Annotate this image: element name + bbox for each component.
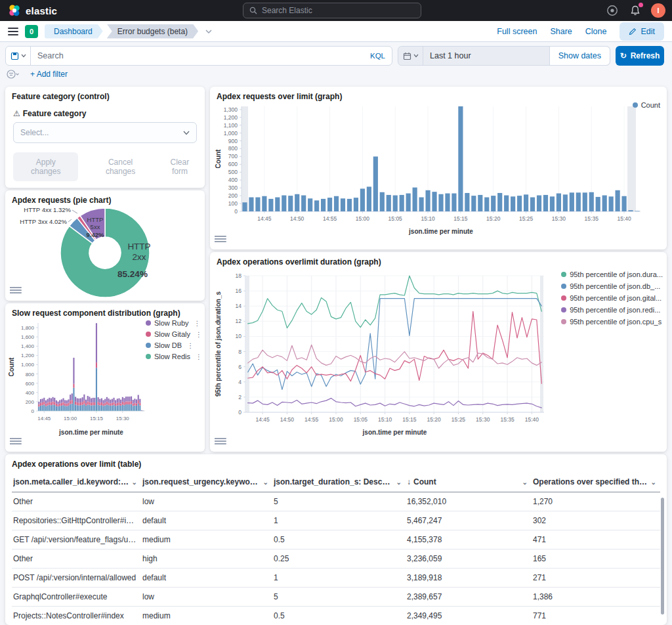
table-wrapper: json.meta.caller_id.keyword: Desce...⌄js…	[5, 470, 667, 625]
space-badge[interactable]: 0	[25, 25, 38, 38]
legend-kebab-menu-icon[interactable]: ⋮	[187, 342, 194, 349]
legend-item[interactable]: Count	[633, 101, 660, 109]
column-header-0[interactable]: json.meta.caller_id.keyword: Desce...⌄	[12, 471, 141, 492]
svg-text:400: 400	[228, 177, 238, 183]
svg-text:600: 600	[26, 381, 35, 387]
show-dates-button[interactable]: Show dates	[549, 47, 610, 65]
column-header-label: json.request_urgency.keyword: Des...	[142, 477, 261, 486]
deployment-icon[interactable]	[605, 3, 620, 18]
share-button[interactable]: Share	[550, 27, 572, 36]
column-menu-chevron-icon[interactable]: ⌄	[651, 479, 656, 486]
svg-text:200: 200	[228, 192, 238, 199]
add-filter-button[interactable]: + Add filter	[30, 70, 68, 79]
logo-text: elastic	[26, 5, 57, 16]
svg-text:json.time per minute: json.time per minute	[408, 228, 473, 235]
column-menu-chevron-icon[interactable]: ⌄	[263, 479, 268, 486]
legend-item[interactable]: Slow Redis⋮	[146, 353, 202, 360]
legend-color-dot	[561, 295, 566, 301]
table-scrollbar[interactable]	[661, 498, 664, 614]
legend-toggle-icon[interactable]	[10, 286, 22, 296]
legend-toggle-icon[interactable]	[215, 234, 226, 245]
svg-text:900: 900	[228, 138, 238, 144]
svg-text:9.42%: 9.42%	[87, 231, 104, 238]
quick-select-menu[interactable]	[398, 47, 423, 65]
clear-form-button[interactable]: Clear form	[163, 158, 197, 176]
column-header-2[interactable]: json.target_duration_s: Descending⌄	[272, 471, 406, 492]
apply-changes-button[interactable]: Apply changes	[13, 152, 78, 181]
table-cell: 0.5	[272, 607, 406, 625]
search-icon	[249, 7, 257, 14]
legend-label: 95th percentile of json.cpu_s	[570, 318, 662, 326]
filter-row: + Add filter	[7, 70, 68, 79]
legend-item[interactable]: Slow Ruby⋮	[146, 319, 202, 327]
legend-item[interactable]: Slow Gitaly⋮	[146, 330, 202, 338]
table-cell: 16,352,010	[406, 492, 532, 511]
filter-menu-icon[interactable]	[7, 70, 20, 79]
legend-kebab-menu-icon[interactable]: ⋮	[196, 331, 202, 338]
column-header-3[interactable]: ↓Count⌄	[406, 471, 532, 492]
panel-title: Slow request component distribution (gra…	[5, 303, 205, 319]
apdex-requests-pie-chart[interactable]: HTTP2xx85.24%HTTP5xx9.42%HTTP 4xx 1.32%H…	[10, 202, 200, 299]
kql-search-bar[interactable]: Search KQL	[5, 46, 392, 66]
edit-button[interactable]: Edit	[620, 22, 664, 41]
full-screen-button[interactable]: Full screen	[497, 27, 537, 36]
legend-kebab-menu-icon[interactable]: ⋮	[196, 353, 202, 360]
legend-label: 95th percentile of json.db_...	[570, 282, 660, 290]
feature-category-select[interactable]: Select...	[13, 122, 197, 143]
table-cell: Other	[12, 550, 141, 569]
legend-item[interactable]: Slow DB⋮	[146, 341, 202, 349]
legend-toggle-icon[interactable]	[215, 437, 226, 447]
column-header-1[interactable]: json.request_urgency.keyword: Des...⌄	[141, 471, 272, 492]
menu-hamburger-icon[interactable]	[8, 28, 18, 35]
slow-request-stacked-bar-chart[interactable]: 02004006008001,0001,2001,4001,6001,80014…	[7, 318, 150, 446]
svg-text:15:20: 15:20	[486, 215, 501, 222]
svg-text:HTTP 3xx 4.02%: HTTP 3xx 4.02%	[20, 218, 67, 225]
cancel-changes-button[interactable]: Cancel changes	[94, 158, 146, 176]
legend-kebab-menu-icon[interactable]: ⋮	[194, 320, 201, 327]
svg-text:15:15: 15:15	[402, 416, 417, 423]
column-menu-chevron-icon[interactable]: ⌄	[396, 479, 402, 486]
svg-text:4: 4	[238, 379, 242, 385]
breadcrumb-dashboard[interactable]: Dashboard	[45, 24, 103, 39]
date-picker[interactable]: Last 1 hour Show dates	[398, 46, 610, 66]
legend-item[interactable]: 95th percentile of json.redi...	[561, 306, 663, 314]
notifications-bell-icon[interactable]	[628, 3, 642, 18]
table-row: Otherlow516,352,0101,270	[12, 492, 660, 511]
table-cell: 471	[532, 530, 660, 550]
user-avatar[interactable]: I	[651, 3, 665, 18]
line-series	[248, 311, 542, 383]
apdex-requests-bar-chart[interactable]: 01002003004005006007008009001,0001,1001,…	[213, 101, 656, 247]
saved-query-menu[interactable]	[6, 47, 31, 65]
legend-toggle-icon[interactable]	[10, 437, 22, 447]
table-body: Otherlow516,352,0101,270Repositories::Gi…	[12, 492, 660, 625]
column-header-4[interactable]: Operations over specified threshold...⌄	[532, 471, 660, 492]
elastic-logo[interactable]: elastic	[0, 4, 57, 17]
legend-item[interactable]: 95th percentile of json.dura...	[561, 270, 663, 278]
svg-text:15:30: 15:30	[476, 416, 490, 423]
table-row: POST /api/:version/internal/alloweddefau…	[12, 569, 660, 588]
legend-item[interactable]: 95th percentile of json.db_...	[561, 282, 663, 290]
svg-text:6: 6	[238, 364, 242, 370]
global-search-input[interactable]: Search Elastic	[243, 3, 421, 18]
panel-title: Apdex operations over limit (table)	[5, 454, 667, 470]
saved-query-icon	[10, 52, 19, 60]
svg-text:15:35: 15:35	[500, 416, 514, 423]
table-cell: 771	[532, 607, 660, 625]
table-cell: 5	[272, 588, 406, 607]
svg-text:json.time per minute: json.time per minute	[58, 429, 123, 436]
refresh-button[interactable]: ↻ Refresh	[616, 46, 664, 66]
time-range-value[interactable]: Last 1 hour	[423, 51, 471, 60]
clone-button[interactable]: Clone	[585, 27, 607, 36]
column-menu-chevron-icon[interactable]: ⌄	[522, 479, 528, 486]
kql-badge[interactable]: KQL	[370, 52, 392, 60]
svg-text:700: 700	[228, 153, 238, 160]
column-menu-chevron-icon[interactable]: ⌄	[132, 479, 137, 486]
legend-item[interactable]: 95th percentile of json.gital...	[561, 294, 663, 302]
legend-item[interactable]: 95th percentile of json.cpu_s	[561, 318, 663, 326]
apdex-overlimit-duration-line-chart[interactable]: 02468101214161814:4514:5014:5515:0015:05…	[213, 267, 567, 449]
panel-apdex-requests-pie: Apdex requests (pie chart) HTTP2xx85.24%…	[5, 190, 205, 301]
table-cell: GraphqlController#execute	[12, 588, 141, 607]
table-cell: 3,189,918	[406, 569, 532, 588]
table-cell: 0.5	[272, 530, 406, 550]
breadcrumb-chevron-down-icon[interactable]	[205, 29, 213, 34]
